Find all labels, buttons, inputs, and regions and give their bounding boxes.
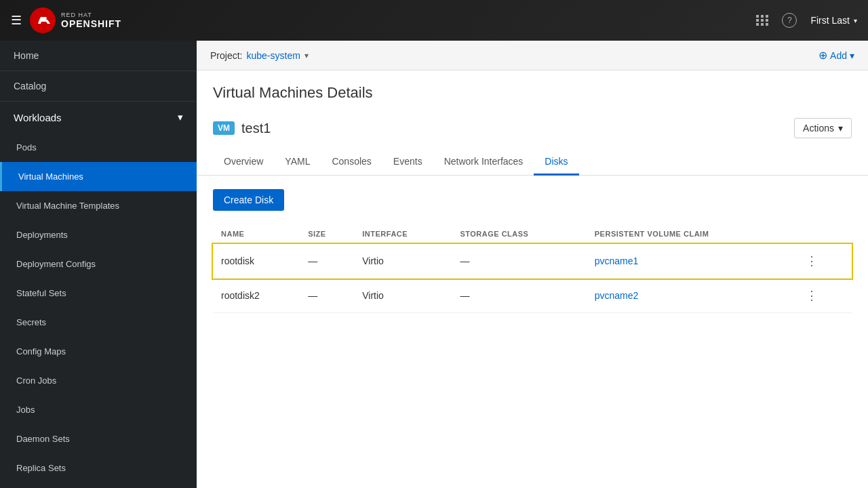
disk-storage-class: — — [452, 244, 586, 279]
col-actions-header — [793, 224, 852, 244]
chevron-icon: ▾ — [178, 111, 183, 123]
vm-badge: VM — [213, 121, 235, 135]
project-name: kube-system — [246, 50, 300, 61]
disks-table: NAME SIZE INTERFACE STORAGE CLASS PERSIS… — [213, 224, 852, 313]
kebab-menu-button[interactable]: ⋮ — [802, 252, 822, 270]
sidebar-item-cron-jobs[interactable]: Cron Jobs — [0, 366, 197, 395]
col-storage-class: STORAGE CLASS — [452, 224, 586, 244]
table-row: rootdisk2—Virtio—pvcname2⋮ — [213, 279, 852, 313]
vm-header: VM test1 Actions ▾ — [197, 110, 868, 149]
table-section: Create Disk NAME SIZE INTERFACE STORAGE … — [197, 176, 868, 488]
logo: RED HAT OPENSHIFT — [30, 7, 121, 33]
project-label: Project: — [210, 50, 242, 61]
tab-network-interfaces[interactable]: Network Interfaces — [433, 149, 534, 176]
pvc-link[interactable]: pvcname1 — [595, 256, 639, 266]
apps-icon[interactable] — [756, 15, 768, 26]
project-dropdown-icon: ▾ — [304, 51, 309, 60]
sidebar-item-replica-sets[interactable]: Replica Sets — [0, 453, 197, 483]
sidebar-item-virtual-machines[interactable]: Virtual Machines — [0, 162, 197, 191]
col-interface: INTERFACE — [354, 224, 452, 244]
disk-size: — — [300, 244, 354, 279]
help-icon[interactable]: ? — [782, 13, 797, 28]
hamburger-icon[interactable]: ☰ — [11, 13, 22, 28]
project-bar: Project: kube-system ▾ ⊕ Add ▾ — [197, 41, 868, 70]
actions-button[interactable]: Actions ▾ — [794, 118, 852, 138]
sidebar-item-daemon-sets[interactable]: Daemon Sets — [0, 424, 197, 453]
create-disk-button[interactable]: Create Disk — [213, 189, 284, 211]
sidebar-item-secrets[interactable]: Secrets — [0, 308, 197, 337]
tab-consoles[interactable]: Consoles — [321, 149, 382, 176]
user-name: First Last — [810, 15, 850, 26]
tab-events[interactable]: Events — [382, 149, 433, 176]
sidebar-item-jobs[interactable]: Jobs — [0, 395, 197, 424]
vm-name: test1 — [241, 121, 271, 136]
disk-interface: Virtio — [354, 279, 452, 313]
user-menu[interactable]: First Last ▾ — [810, 15, 857, 26]
disk-size: — — [300, 279, 354, 313]
sidebar-item-deployment-configs[interactable]: Deployment Configs — [0, 249, 197, 279]
actions-chevron-icon: ▾ — [838, 123, 843, 134]
disk-storage-class: — — [452, 279, 586, 313]
disk-pvc[interactable]: pvcname2 — [587, 279, 794, 313]
sidebar-item-pods[interactable]: Pods — [0, 133, 197, 162]
disk-actions-cell: ⋮ — [793, 279, 852, 313]
sidebar: Home Catalog Workloads ▾ Pods Virtual Ma… — [0, 41, 197, 488]
col-size: SIZE — [300, 224, 354, 244]
sidebar-section-workloads[interactable]: Workloads ▾ — [0, 102, 197, 133]
page-header: Virtual Machines Details — [197, 70, 868, 110]
page-title: Virtual Machines Details — [213, 84, 852, 102]
tab-disks[interactable]: Disks — [534, 149, 578, 176]
sidebar-item-catalog[interactable]: Catalog — [0, 71, 197, 101]
disk-interface: Virtio — [354, 244, 452, 279]
top-nav: ☰ RED HAT OPENSHIFT ? — [0, 0, 868, 41]
disk-pvc[interactable]: pvcname1 — [587, 244, 794, 279]
sidebar-item-stateful-sets[interactable]: Stateful Sets — [0, 279, 197, 308]
sidebar-item-virtual-machine-templates[interactable]: Virtual Machine Templates — [0, 191, 197, 220]
main-content: Project: kube-system ▾ ⊕ Add ▾ Virtual M… — [197, 41, 868, 488]
add-chevron-icon: ▾ — [850, 50, 854, 61]
tab-yaml[interactable]: YAML — [274, 149, 321, 176]
col-name: NAME — [213, 224, 300, 244]
sidebar-item-replication-controllers[interactable]: Replication Controllers — [0, 483, 197, 488]
sidebar-item-home[interactable]: Home — [0, 41, 197, 70]
kebab-menu-button[interactable]: ⋮ — [802, 287, 822, 304]
add-plus-icon: ⊕ — [818, 49, 827, 62]
rh-logo-icon — [30, 7, 56, 33]
sidebar-item-deployments[interactable]: Deployments — [0, 220, 197, 249]
tab-overview[interactable]: Overview — [213, 149, 274, 176]
project-selector[interactable]: Project: kube-system ▾ — [210, 50, 309, 61]
disk-name: rootdisk2 — [213, 279, 300, 313]
pvc-link[interactable]: pvcname2 — [595, 290, 639, 301]
col-pvc: PERSISTENT VOLUME CLAIM — [587, 224, 794, 244]
disk-name: rootdisk — [213, 244, 300, 279]
vm-title: VM test1 — [213, 121, 271, 136]
tabs: Overview YAML Consoles Events Network In… — [197, 149, 868, 176]
logo-text: RED HAT OPENSHIFT — [61, 12, 121, 29]
disk-actions-cell: ⋮ — [793, 244, 852, 279]
add-button[interactable]: ⊕ Add ▾ — [818, 49, 854, 62]
user-menu-chevron-icon: ▾ — [854, 17, 857, 24]
table-row: rootdisk—Virtio—pvcname1⋮ — [213, 244, 852, 279]
sidebar-item-config-maps[interactable]: Config Maps — [0, 337, 197, 366]
